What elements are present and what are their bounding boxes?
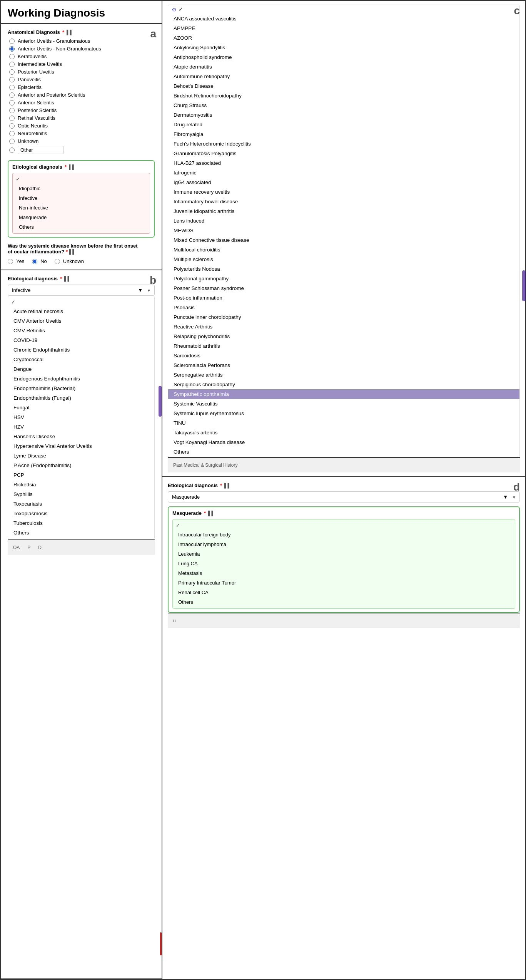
radio-retinal-vasculitis-input[interactable] bbox=[9, 116, 15, 121]
systemic-no[interactable]: No bbox=[32, 258, 47, 264]
masq-item-renal-ca[interactable]: Renal cell CA bbox=[173, 588, 515, 597]
b-item-toxoplasmosis[interactable]: Toxoplasmosis bbox=[8, 509, 154, 518]
c-item-apmppe[interactable]: APMPPE bbox=[168, 23, 519, 33]
c-item-igg4[interactable]: IgG4 associated bbox=[168, 178, 519, 187]
b-item-arn[interactable]: Acute retinal necrosis bbox=[8, 307, 154, 316]
c-item-fuchs[interactable]: Fuch's Heterochromic Iridocyclitis bbox=[168, 139, 519, 149]
c-item-multifocal[interactable]: Multifocal choroiditis bbox=[168, 245, 519, 255]
radio-panuveitis-input[interactable] bbox=[9, 77, 15, 82]
radio-neuroretinitis-input[interactable] bbox=[9, 131, 15, 136]
c-item-ankylosing[interactable]: Ankylosing Spondylitis bbox=[168, 43, 519, 52]
b-item-hansens[interactable]: Hansen's Disease bbox=[8, 432, 154, 441]
masq-item-lung-ca[interactable]: Lung CA bbox=[173, 559, 515, 568]
radio-intermediate[interactable]: Intermediate Uveitis bbox=[9, 61, 155, 67]
b-item-cmv-ant[interactable]: CMV Anterior Uveitis bbox=[8, 316, 154, 326]
masq-item-iol[interactable]: Intraocular lymphoma bbox=[173, 539, 515, 549]
c-item-hlab27[interactable]: HLA-B27 associated bbox=[168, 158, 519, 168]
etio-1-infective[interactable]: Infective bbox=[13, 193, 150, 203]
radio-keratouveitis[interactable]: Keratouveitis bbox=[9, 54, 155, 59]
radio-posterior[interactable]: Posterior Uveitis bbox=[9, 69, 155, 75]
radio-keratouveitis-input[interactable] bbox=[9, 54, 15, 59]
c-item-polyarteritis[interactable]: Polyarteritis Nodosa bbox=[168, 264, 519, 274]
c-item-dermatomyositis[interactable]: Dermatomyositis bbox=[168, 110, 519, 120]
radio-posterior-input[interactable] bbox=[9, 69, 15, 75]
radio-retinal-vasculitis[interactable]: Retinal Vasculitis bbox=[9, 115, 155, 121]
b-item-others[interactable]: Others bbox=[8, 528, 154, 538]
c-item-sarcoidosis[interactable]: Sarcoidosis bbox=[168, 351, 519, 360]
c-item-behcets[interactable]: Behcet's Disease bbox=[168, 81, 519, 91]
c-item-ibd[interactable]: Inflammatory bowel disease bbox=[168, 197, 519, 206]
c-item-scleromalacia[interactable]: Scleromalacia Perforans bbox=[168, 360, 519, 370]
etio-b-select[interactable]: Infective ▼ bbox=[8, 285, 155, 296]
other-text-input[interactable] bbox=[18, 146, 64, 154]
masq-item-metastasis[interactable]: Metastasis bbox=[173, 568, 515, 578]
radio-anterior-nongran-input[interactable] bbox=[9, 46, 15, 52]
b-item-cmv-ret[interactable]: CMV Retinitis bbox=[8, 326, 154, 335]
radio-neuroretinitis[interactable]: Neuroretinitis bbox=[9, 131, 155, 136]
b-item-pcp[interactable]: PCP bbox=[8, 470, 154, 480]
radio-unknown-input[interactable] bbox=[9, 139, 15, 144]
c-item-fibromyalgia[interactable]: Fibromyalgia bbox=[168, 129, 519, 139]
b-item-dengue[interactable]: Dengue bbox=[8, 364, 154, 374]
masq-item-leukemia[interactable]: Leukemia bbox=[173, 549, 515, 559]
systemic-yes[interactable]: Yes bbox=[8, 258, 24, 264]
radio-ant-post-scleritis[interactable]: Anterior and Posterior Scleritis bbox=[9, 92, 155, 98]
b-item-tuberculosis[interactable]: Tuberculosis bbox=[8, 518, 154, 528]
c-item-antiphospholid[interactable]: Antiphospholid syndrome bbox=[168, 52, 519, 62]
radio-panuveitis[interactable]: Panuveitis bbox=[9, 77, 155, 82]
c-item-systemic-vasculitis[interactable]: Systemic Vasculitis bbox=[168, 399, 519, 409]
b-item-lyme[interactable]: Lyme Disease bbox=[8, 451, 154, 461]
b-item-endo-bacterial[interactable]: Endophthalmitis (Bacterial) bbox=[8, 384, 154, 393]
b-item-pacne[interactable]: P.Acne (Endophthalmitis) bbox=[8, 461, 154, 470]
c-item-anca[interactable]: ANCA associated vasculitis bbox=[168, 14, 519, 23]
c-item-polyclonal[interactable]: Polyclonal gammopathy bbox=[168, 274, 519, 283]
radio-unknown[interactable]: Unknown bbox=[9, 138, 155, 144]
systemic-yes-input[interactable] bbox=[8, 259, 13, 264]
c-item-takayasu[interactable]: Takayasu's arteritis bbox=[168, 428, 519, 437]
c-item-azoor[interactable]: AZOOR bbox=[168, 33, 519, 43]
c-item-rheumatoid[interactable]: Rheumatoid arthritis bbox=[168, 341, 519, 351]
c-item-lens-induced[interactable]: Lens induced bbox=[168, 216, 519, 226]
c-item-others[interactable]: Others bbox=[168, 447, 519, 457]
radio-ant-scleritis[interactable]: Anterior Scleritis bbox=[9, 100, 155, 106]
etio-1-masquerade[interactable]: Masquerade bbox=[13, 213, 150, 222]
radio-post-scleritis[interactable]: Posterior Scleritis bbox=[9, 107, 155, 113]
masq-item-primary-tumor[interactable]: Primary Intraocular Tumor bbox=[173, 578, 515, 588]
c-item-postop[interactable]: Post-op inflammation bbox=[168, 293, 519, 303]
c-item-punctate[interactable]: Punctate inner choroidopathy bbox=[168, 312, 519, 322]
c-item-mewds[interactable]: MEWDS bbox=[168, 226, 519, 235]
b-item-syphillis[interactable]: Syphillis bbox=[8, 489, 154, 499]
radio-other-input[interactable] bbox=[9, 147, 15, 153]
masq-item-iofb[interactable]: Intraocular foreign body bbox=[173, 530, 515, 539]
radio-optic-neuritis-input[interactable] bbox=[9, 123, 15, 129]
c-item-posner[interactable]: Posner Schlossman syndrome bbox=[168, 283, 519, 293]
systemic-unknown-input[interactable] bbox=[55, 259, 60, 264]
masq-item-others[interactable]: Others bbox=[173, 597, 515, 607]
c-item-churg[interactable]: Churg Strauss bbox=[168, 101, 519, 110]
c-item-birdshot[interactable]: Birdshot Retinochoroidopathy bbox=[168, 91, 519, 101]
c-item-iatrogenic[interactable]: Iatrogenic bbox=[168, 168, 519, 178]
c-item-atopic[interactable]: Atopic dermatitis bbox=[168, 62, 519, 72]
b-item-hyp-viral[interactable]: Hypertensive Viral Anterior Uveitis bbox=[8, 441, 154, 451]
radio-ant-post-scleritis-input[interactable] bbox=[9, 92, 15, 98]
c-item-granulomatosis[interactable]: Granulomatosis Polyangitis bbox=[168, 149, 519, 158]
etio-d-select[interactable]: Masquerade ▼ bbox=[168, 491, 520, 503]
radio-other[interactable] bbox=[9, 146, 155, 154]
c-item-drug[interactable]: Drug-related bbox=[168, 120, 519, 129]
systemic-unknown[interactable]: Unknown bbox=[55, 258, 84, 264]
c-item-vkh[interactable]: Vogt Koyanagi Harada disease bbox=[168, 437, 519, 447]
radio-episcleritis[interactable]: Episcleritis bbox=[9, 84, 155, 90]
b-item-hzv[interactable]: HZV bbox=[8, 422, 154, 432]
radio-intermediate-input[interactable] bbox=[9, 62, 15, 67]
b-item-rickettsia[interactable]: Rickettsia bbox=[8, 480, 154, 489]
etio-1-others[interactable]: Others bbox=[13, 222, 150, 232]
c-item-reactive-arthritis[interactable]: Reactive Arthritis bbox=[168, 322, 519, 332]
c-item-tinu[interactable]: TINU bbox=[168, 418, 519, 428]
c-item-sle[interactable]: Systemic lupus erythematosus bbox=[168, 409, 519, 418]
etio-1-noninfective[interactable]: Non-infective bbox=[13, 203, 150, 213]
b-item-covid[interactable]: COVID-19 bbox=[8, 335, 154, 345]
systemic-no-input[interactable] bbox=[32, 259, 37, 264]
radio-post-scleritis-input[interactable] bbox=[9, 108, 15, 113]
c-item-mixed-connective[interactable]: Mixed Connective tissue disease bbox=[168, 235, 519, 245]
c-item-jia[interactable]: Juvenile idiopathic arthritis bbox=[168, 206, 519, 216]
